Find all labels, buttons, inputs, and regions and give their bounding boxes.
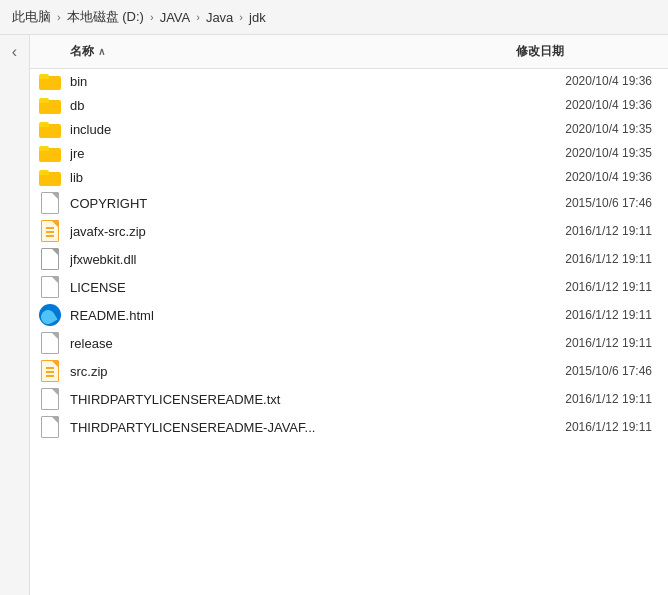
folder-icon bbox=[39, 96, 61, 114]
breadcrumb-sep-2: › bbox=[150, 11, 154, 23]
explorer-window: 此电脑 › 本地磁盘 (D:) › JAVA › Java › jdk ‹ 名称… bbox=[0, 0, 668, 595]
column-headers: 名称 ∧ 修改日期 bbox=[30, 35, 668, 69]
breadcrumb-jdk[interactable]: jdk bbox=[249, 10, 266, 25]
file-plain-icon bbox=[41, 332, 59, 354]
file-icon bbox=[30, 192, 70, 214]
file-name: release bbox=[70, 336, 508, 351]
file-plain-icon bbox=[41, 388, 59, 410]
file-name: COPYRIGHT bbox=[70, 196, 508, 211]
col-date-header[interactable]: 修改日期 bbox=[508, 39, 668, 64]
file-date: 2016/1/12 19:11 bbox=[508, 224, 668, 238]
breadcrumb-pc[interactable]: 此电脑 bbox=[12, 8, 51, 26]
file-name: include bbox=[70, 122, 508, 137]
breadcrumb-sep-3: › bbox=[196, 11, 200, 23]
file-icon bbox=[30, 388, 70, 410]
file-name: jfxwebkit.dll bbox=[70, 252, 508, 267]
file-name: THIRDPARTYLICENSEREADME-JAVAF... bbox=[70, 420, 508, 435]
table-row[interactable]: include2020/10/4 19:35 bbox=[30, 117, 668, 141]
folder-icon bbox=[39, 144, 61, 162]
table-row[interactable]: jre2020/10/4 19:35 bbox=[30, 141, 668, 165]
file-name: src.zip bbox=[70, 364, 508, 379]
file-plain-icon bbox=[41, 276, 59, 298]
file-name: LICENSE bbox=[70, 280, 508, 295]
file-date: 2020/10/4 19:36 bbox=[508, 98, 668, 112]
file-date: 2016/1/12 19:11 bbox=[508, 308, 668, 322]
file-list: 名称 ∧ 修改日期 bin2020/10/4 19:36db2020/10/4 … bbox=[30, 35, 668, 595]
table-row[interactable]: COPYRIGHT2015/10/6 17:46 bbox=[30, 189, 668, 217]
table-row[interactable]: LICENSE2016/1/12 19:11 bbox=[30, 273, 668, 301]
file-icon bbox=[30, 96, 70, 114]
file-date: 2016/1/12 19:11 bbox=[508, 420, 668, 434]
file-name: bin bbox=[70, 74, 508, 89]
file-icon bbox=[30, 220, 70, 242]
file-date: 2020/10/4 19:36 bbox=[508, 74, 668, 88]
folder-icon bbox=[39, 72, 61, 90]
sidebar: ‹ bbox=[0, 35, 30, 595]
table-row[interactable]: README.html2016/1/12 19:11 bbox=[30, 301, 668, 329]
table-row[interactable]: src.zip2015/10/6 17:46 bbox=[30, 357, 668, 385]
file-icon bbox=[30, 120, 70, 138]
file-icon bbox=[30, 168, 70, 186]
file-date: 2016/1/12 19:11 bbox=[508, 280, 668, 294]
file-icon bbox=[30, 144, 70, 162]
zip-icon bbox=[41, 360, 59, 382]
folder-icon bbox=[39, 120, 61, 138]
file-date: 2015/10/6 17:46 bbox=[508, 196, 668, 210]
col-name-header[interactable]: 名称 ∧ bbox=[30, 39, 508, 64]
file-plain-icon bbox=[41, 192, 59, 214]
file-name: README.html bbox=[70, 308, 508, 323]
file-name: THIRDPARTYLICENSEREADME.txt bbox=[70, 392, 508, 407]
edge-icon bbox=[39, 304, 61, 326]
file-icon bbox=[30, 332, 70, 354]
file-name: javafx-src.zip bbox=[70, 224, 508, 239]
table-row[interactable]: javafx-src.zip2016/1/12 19:11 bbox=[30, 217, 668, 245]
file-icon bbox=[30, 416, 70, 438]
table-row[interactable]: release2016/1/12 19:11 bbox=[30, 329, 668, 357]
table-row[interactable]: bin2020/10/4 19:36 bbox=[30, 69, 668, 93]
table-row[interactable]: THIRDPARTYLICENSEREADME.txt2016/1/12 19:… bbox=[30, 385, 668, 413]
file-icon bbox=[30, 304, 70, 326]
file-icon bbox=[30, 248, 70, 270]
file-date: 2016/1/12 19:11 bbox=[508, 336, 668, 350]
col-date-label: 修改日期 bbox=[516, 44, 564, 58]
file-list-container: ‹ 名称 ∧ 修改日期 bin2020/10/4 19:36db2020/10/… bbox=[0, 35, 668, 595]
dll-icon bbox=[41, 248, 59, 270]
breadcrumb-java[interactable]: Java bbox=[206, 10, 233, 25]
table-row[interactable]: lib2020/10/4 19:36 bbox=[30, 165, 668, 189]
file-name: lib bbox=[70, 170, 508, 185]
file-date: 2020/10/4 19:35 bbox=[508, 122, 668, 136]
file-name: jre bbox=[70, 146, 508, 161]
sort-arrow-name: ∧ bbox=[98, 46, 105, 57]
zip-icon bbox=[41, 220, 59, 242]
file-date: 2020/10/4 19:36 bbox=[508, 170, 668, 184]
table-row[interactable]: THIRDPARTYLICENSEREADME-JAVAF...2016/1/1… bbox=[30, 413, 668, 441]
breadcrumb-sep-1: › bbox=[57, 11, 61, 23]
file-plain-icon bbox=[41, 416, 59, 438]
breadcrumb: 此电脑 › 本地磁盘 (D:) › JAVA › Java › jdk bbox=[0, 0, 668, 35]
file-icon bbox=[30, 276, 70, 298]
breadcrumb-sep-4: › bbox=[239, 11, 243, 23]
table-row[interactable]: jfxwebkit.dll2016/1/12 19:11 bbox=[30, 245, 668, 273]
table-row[interactable]: db2020/10/4 19:36 bbox=[30, 93, 668, 117]
col-name-label: 名称 bbox=[70, 43, 94, 60]
file-date: 2015/10/6 17:46 bbox=[508, 364, 668, 378]
breadcrumb-d[interactable]: 本地磁盘 (D:) bbox=[67, 8, 144, 26]
breadcrumb-java-cap[interactable]: JAVA bbox=[160, 10, 191, 25]
file-icon bbox=[30, 360, 70, 382]
folder-icon bbox=[39, 168, 61, 186]
file-date: 2020/10/4 19:35 bbox=[508, 146, 668, 160]
file-rows-container: bin2020/10/4 19:36db2020/10/4 19:36inclu… bbox=[30, 69, 668, 441]
file-name: db bbox=[70, 98, 508, 113]
file-date: 2016/1/12 19:11 bbox=[508, 252, 668, 266]
sidebar-collapse-arrow[interactable]: ‹ bbox=[12, 43, 17, 61]
file-icon bbox=[30, 72, 70, 90]
file-date: 2016/1/12 19:11 bbox=[508, 392, 668, 406]
